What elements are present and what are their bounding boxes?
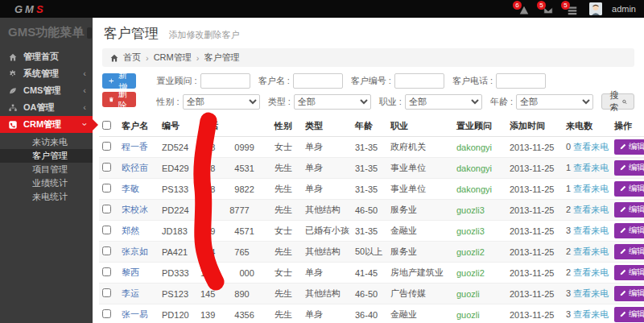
row-checkbox[interactable] [102,288,111,297]
edit-button[interactable]: 编辑 [614,181,644,197]
call-count: 0 [566,142,571,151]
customer-phone: 1380999 [199,137,273,158]
pencil-icon [620,143,626,150]
edit-button[interactable]: 编辑 [614,202,644,217]
customer-phone: 145890 [199,284,273,304]
edit-button[interactable]: 编辑 [614,244,644,259]
table-row: 宋校冰 PD224 178777 先生 其他结构 46-50 服务业 guozl… [99,200,644,221]
row-checkbox[interactable] [102,163,111,172]
customer-name-input[interactable] [293,73,343,89]
sidebar-subitem[interactable]: 来访来电 [0,135,93,149]
consultant-link[interactable]: dakongyi [456,143,492,152]
tasks-button[interactable]: 5 [565,2,580,15]
customer-gender: 先生 [273,179,303,200]
sidebar-subitem[interactable]: 项目管理 [0,163,93,176]
customer-phone-input[interactable] [496,73,546,89]
customer-name-link[interactable]: 张一易 [122,309,148,319]
row-checkbox[interactable] [102,142,111,151]
age-select[interactable]: 全部 [516,94,593,110]
customer-name-link[interactable]: 李敬 [122,184,139,193]
row-checkbox[interactable] [102,205,111,213]
row-checkbox[interactable] [102,184,111,193]
consultant-input[interactable] [200,73,250,89]
view-calls-link[interactable]: 查看来电 [573,309,609,319]
avatar[interactable] [589,2,602,15]
row-checkbox[interactable] [102,226,111,234]
col-age: 年龄 [353,116,389,137]
customer-age: 31-35 [353,137,389,158]
sidebar-item-cms[interactable]: CMS管理 ‹ [0,82,93,99]
sidebar-item-oa[interactable]: OA管理 ‹ [0,99,93,116]
consultant-link[interactable]: dakongyi [456,184,492,194]
customer-gender: 先生 [273,242,303,263]
messages-button[interactable]: 5 [541,2,555,15]
consultant-link[interactable]: guozli2 [456,268,485,278]
breadcrumb-customers[interactable]: 客户管理 [204,52,239,64]
customer-name-link[interactable]: 张京如 [122,246,148,256]
consultant-link[interactable]: guozli2 [456,247,485,257]
col-name: 客户名 [120,116,160,137]
customer-name-link[interactable]: 郑然 [122,226,139,235]
topbar: GMS 6 5 5 admin [0,0,644,18]
edit-button[interactable]: 编辑 [614,286,644,301]
view-calls-link[interactable]: 查看来电 [573,184,609,193]
view-calls-link[interactable]: 查看来电 [573,288,609,298]
sidebar-item-crm[interactable]: CRM管理 ‹ [0,116,93,133]
customer-name-link[interactable]: 李运 [122,288,139,298]
consultant-link[interactable]: guozli3 [456,226,485,236]
sidebar-subitem[interactable]: 客户管理 [0,149,93,163]
row-checkbox[interactable] [102,267,111,276]
edit-button[interactable]: 编辑 [614,223,644,238]
customer-type: 其他结构 [303,242,353,263]
view-calls-link[interactable]: 查看来电 [573,205,609,214]
consultant-link[interactable]: guozli [456,310,480,320]
username[interactable]: admin [612,4,636,14]
edit-button[interactable]: 编辑 [614,160,644,176]
view-calls-link[interactable]: 查看来电 [573,246,609,256]
customer-code-input[interactable] [394,73,444,89]
breadcrumb-home[interactable]: 首页 [123,52,141,64]
sidebar-item-system[interactable]: 系统管理 ‹ [0,65,93,82]
type-select[interactable]: 全部 [294,94,371,110]
gender-select[interactable]: 全部 [183,94,260,110]
select-all-checkbox[interactable] [102,121,111,130]
delete-button[interactable]: 删除 [102,92,136,107]
add-button[interactable]: 新增 [102,73,136,89]
consultant-link[interactable]: dakongyi [456,164,492,173]
breadcrumb-crm[interactable]: CRM管理 [154,52,192,64]
col-gender: 性别 [273,116,303,137]
sidebar-item-home[interactable]: 管理首页 [0,48,93,65]
customer-type: 其他结构 [303,284,353,304]
alerts-button[interactable]: 6 [517,2,531,15]
hamburger-menu-icon[interactable] [87,27,92,39]
customer-name-link[interactable]: 程一香 [122,142,148,151]
consultant-link[interactable]: guozli [456,289,480,299]
customer-gender: 先生 [273,200,303,221]
sidebar-subitem[interactable]: 来电统计 [0,190,93,204]
customer-age: 31-35 [353,221,389,242]
customer-name-link[interactable]: 欧径亩 [122,163,148,172]
table-row: 欧径亩 ED429 1384531 先生 单身 31-35 事业单位 dakon… [99,158,644,179]
customer-name-link[interactable]: 宋校冰 [122,205,148,214]
customer-gender: 女士 [273,263,303,284]
view-calls-link[interactable]: 查看来电 [573,226,609,235]
gear-icon [7,70,19,78]
consultant-link[interactable]: guozli3 [456,205,485,215]
search-button[interactable]: 搜索 [601,93,634,110]
customer-name-link[interactable]: 黎西 [122,267,139,277]
sidebar-subitem[interactable]: 业绩统计 [0,176,93,190]
added-date: 2013-11-25 [508,137,564,158]
customer-phone: 1894571 [199,221,273,242]
edit-button[interactable]: 编辑 [614,139,644,155]
row-checkbox[interactable] [102,246,111,255]
view-calls-link[interactable]: 查看来电 [573,267,609,277]
occupation-select[interactable]: 全部 [405,94,482,110]
row-checkbox[interactable] [102,309,111,318]
call-count: 3 [566,309,571,319]
edit-button[interactable]: 编辑 [614,265,644,280]
customer-code: PA421 [160,242,199,263]
pencil-icon [620,290,626,296]
view-calls-link[interactable]: 查看来电 [573,142,609,151]
view-calls-link[interactable]: 查看来电 [573,163,609,172]
edit-button[interactable]: 编辑 [614,307,644,322]
